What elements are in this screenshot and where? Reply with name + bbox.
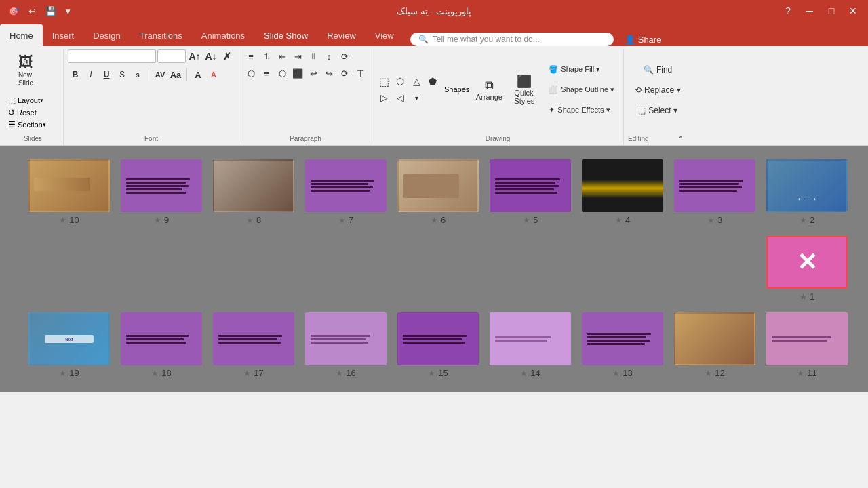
shape-1[interactable]: ⬚ (376, 74, 391, 89)
text-direction-btn[interactable]: ⟳ (337, 66, 352, 81)
text-align-vertical-btn[interactable]: ⊤ (353, 66, 368, 81)
restore-btn[interactable]: □ (822, 3, 841, 19)
tab-design[interactable]: Design (83, 24, 130, 46)
quick-styles-btn[interactable]: ⬛ QuickStyles (509, 68, 540, 111)
columns-btn[interactable]: ⫴ (306, 49, 321, 64)
slide-item-16[interactable]: ★ 16 (305, 312, 387, 378)
numbering-btn[interactable]: ⒈ (259, 49, 274, 64)
person-icon: 👤 (625, 35, 635, 45)
font-size-large-btn[interactable]: A (191, 67, 205, 82)
underline-btn[interactable]: U (99, 67, 114, 82)
shape-6[interactable]: ◁ (393, 90, 408, 105)
font-color2-btn[interactable]: A (206, 67, 221, 82)
slide-item-7[interactable]: ★ 7 (305, 159, 387, 225)
layout-icon: ⬚ (8, 96, 16, 105)
slide-item-17[interactable]: ★ 17 (213, 312, 294, 378)
decrease-font-btn[interactable]: A↓ (203, 49, 218, 64)
slide-item-14[interactable]: ★ 14 (490, 312, 571, 378)
shape-fill-btn[interactable]: 🪣 Shape Fill ▾ (544, 60, 619, 78)
save-btn[interactable]: 💾 (43, 5, 59, 18)
tab-view[interactable]: View (366, 24, 403, 46)
shape-effects-btn[interactable]: ✦ Shape Effects ▾ (544, 101, 619, 119)
slide-item-4[interactable]: ★ 4 (582, 159, 663, 225)
slide-item-11[interactable]: ★ 11 (766, 312, 848, 378)
slide-item-9[interactable]: ★ 9 (121, 159, 202, 225)
smart-art-btn[interactable]: ⟳ (337, 49, 352, 64)
shapes-row-1: ⬚ ⬡ △ ⬟ (376, 74, 440, 89)
app-icon[interactable]: 🎯 (5, 5, 22, 18)
ltr-btn[interactable]: ↪ (321, 66, 336, 81)
italic-btn[interactable]: I (83, 67, 98, 82)
increase-indent-btn[interactable]: ⇥ (290, 49, 305, 64)
find-btn[interactable]: 🔍 Find (639, 61, 677, 79)
shape-2[interactable]: ⬡ (393, 74, 408, 89)
rtl-btn[interactable]: ↩ (306, 66, 321, 81)
increase-font-btn[interactable]: A↑ (187, 49, 202, 64)
slide-text-19: text (45, 336, 94, 343)
shape-outline-btn[interactable]: ⬜ Shape Outline ▾ (544, 81, 619, 98)
slide-item-5[interactable]: ★ 5 (490, 159, 571, 225)
search-box[interactable]: 🔍 Tell me what you want to do... (410, 33, 614, 46)
line-spacing-btn[interactable]: ↕ (321, 49, 336, 64)
qa-dropdown[interactable]: ▾ (63, 5, 73, 18)
shape-3[interactable]: △ (409, 74, 424, 89)
ribbon-collapse-btn[interactable]: ⌃ (674, 134, 688, 145)
slide-item-2[interactable]: ← → ★ 2 (766, 159, 848, 225)
decrease-indent-btn[interactable]: ⇤ (275, 49, 290, 64)
tab-transitions[interactable]: Transitions (130, 24, 192, 46)
slide-num-9: 9 (164, 215, 169, 225)
editing-group: 🔍 Find ⟲ Replace ▾ ⬚ Select ▾ Editing ⌃ (624, 49, 692, 145)
slide-star-13: ★ (612, 369, 620, 378)
font-name-input[interactable] (68, 49, 156, 63)
layout-btn[interactable]: ⬚ Layout ▾ (7, 95, 47, 106)
help-btn[interactable]: ? (778, 3, 797, 19)
shapes-btn-large[interactable]: Shapes (444, 85, 469, 94)
arrange-btn[interactable]: ⧉ Arrange (473, 68, 505, 111)
bold-btn[interactable]: B (68, 67, 83, 82)
more-shapes-btn[interactable]: ▾ (409, 90, 424, 105)
strikethrough-btn[interactable]: S (115, 67, 130, 82)
minimize-btn[interactable]: ─ (800, 3, 819, 19)
slide-thumb-11 (766, 312, 848, 365)
clear-format-btn[interactable]: ✗ (220, 49, 235, 64)
slide-item-10[interactable]: ★ 10 (28, 159, 110, 225)
tab-animations[interactable]: Animations (192, 24, 254, 46)
slide-item-12[interactable]: ★ 12 (674, 312, 755, 378)
title-bar: 🎯 ↩ 💾 ▾ پاورپوینت - تِه سیلک ? ─ □ ✕ (0, 0, 868, 22)
undo-btn[interactable]: ↩ (26, 5, 39, 18)
slide-item-13[interactable]: ★ 13 (582, 312, 663, 378)
align-left-btn[interactable]: ⬡ (243, 66, 258, 81)
tab-slideshow[interactable]: Slide Show (254, 24, 317, 46)
font-size-input[interactable] (157, 49, 186, 63)
slide-item-19[interactable]: text ★ 19 (28, 312, 110, 378)
slide-item-6[interactable]: ★ 6 (397, 159, 479, 225)
share-button[interactable]: 👤 Share (625, 35, 662, 45)
reset-btn[interactable]: ↺ Reset (7, 107, 47, 118)
justify-btn[interactable]: ⬛ (290, 66, 305, 81)
font-color-btn[interactable]: Aa (168, 67, 183, 82)
close-btn[interactable]: ✕ (844, 3, 863, 19)
slide-item-1[interactable]: ✕ ★ 1 (766, 236, 848, 302)
shadow-btn[interactable]: s (130, 67, 145, 82)
font-row-2: B I U S s AV Aa A A (68, 67, 221, 82)
bullets-btn[interactable]: ≡ (243, 49, 258, 64)
slide-item-18[interactable]: ★ 18 (121, 312, 202, 378)
align-center-btn[interactable]: ≡ (259, 66, 274, 81)
shape-5[interactable]: ▷ (376, 90, 391, 105)
char-spacing-btn[interactable]: AV (153, 67, 167, 82)
slide-item-3[interactable]: ★ 3 (674, 159, 755, 225)
replace-btn[interactable]: ⟲ Replace ▾ (630, 81, 686, 99)
slide-thumb-1: ✕ (766, 236, 848, 289)
slide-num-row-18: ★ 18 (151, 368, 171, 378)
new-slide-button[interactable]: 🖼 NewSlide (7, 49, 45, 92)
tab-insert[interactable]: Insert (43, 24, 84, 46)
tab-home[interactable]: Home (0, 24, 43, 46)
tab-review[interactable]: Review (317, 24, 366, 46)
section-btn[interactable]: ☰ Section ▾ (7, 119, 47, 130)
slide-item-8[interactable]: ★ 8 (213, 159, 294, 225)
slides-group-label: Slides (7, 133, 59, 145)
shape-4[interactable]: ⬟ (425, 74, 440, 89)
slide-item-15[interactable]: ★ 15 (397, 312, 479, 378)
select-btn[interactable]: ⬚ Select ▾ (633, 102, 682, 119)
align-right-btn[interactable]: ⬡ (275, 66, 290, 81)
